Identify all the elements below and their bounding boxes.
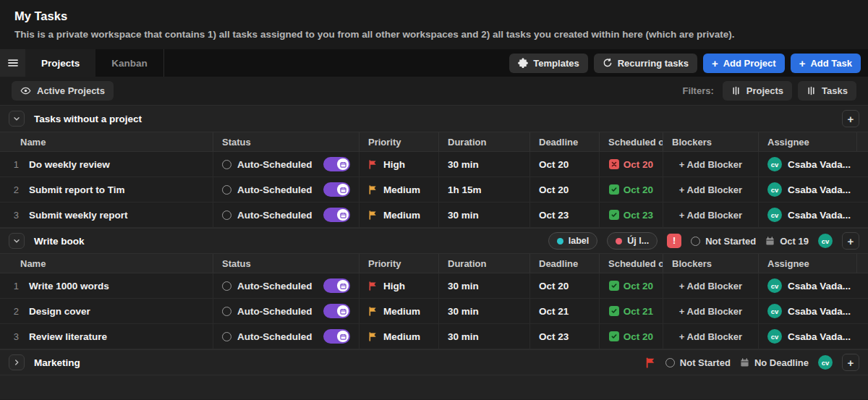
auto-schedule-toggle[interactable] — [323, 278, 350, 293]
duration-cell[interactable]: 30 min — [439, 299, 530, 323]
scheduled-cell[interactable]: Oct 20 — [600, 152, 663, 176]
column-header-deadline[interactable]: Deadline — [530, 254, 600, 273]
column-header-name[interactable]: Name — [0, 132, 213, 151]
project-status[interactable]: Not Started — [665, 357, 731, 368]
status-cell[interactable]: Auto-Scheduled — [213, 203, 359, 227]
avatar[interactable]: cv — [818, 234, 833, 248]
add-blocker-button[interactable]: + Add Blocker — [663, 203, 759, 227]
task-name[interactable]: Review literature — [29, 331, 107, 342]
status-cell[interactable]: Auto-Scheduled — [213, 177, 359, 202]
status-cell[interactable]: Auto-Scheduled — [213, 152, 359, 176]
duration-cell[interactable]: 30 min — [439, 273, 530, 298]
name-cell[interactable]: 1 Write 1000 words — [0, 273, 213, 298]
deadline-cell[interactable]: Oct 23 — [530, 203, 600, 227]
add-blocker-button[interactable]: + Add Blocker — [663, 177, 759, 202]
priority-cell[interactable]: High — [359, 152, 439, 176]
column-header-duration[interactable]: Duration — [439, 254, 530, 273]
tab-kanban[interactable]: Kanban — [95, 49, 164, 77]
auto-schedule-toggle[interactable] — [323, 304, 350, 318]
name-cell[interactable]: 3 Submit weekly report — [0, 203, 213, 227]
column-header-status[interactable]: Status — [213, 132, 359, 151]
duration-cell[interactable]: 30 min — [439, 203, 530, 227]
duration-cell[interactable]: 30 min — [439, 152, 530, 176]
name-cell[interactable]: 2 Submit report to Tim — [0, 177, 213, 202]
duration-cell[interactable]: 30 min — [439, 324, 530, 349]
task-name[interactable]: Design cover — [29, 306, 90, 317]
tab-projects[interactable]: Projects — [25, 49, 95, 77]
project-deadline[interactable]: No Deadline — [740, 357, 809, 368]
name-cell[interactable]: 1 Do weekly review — [0, 152, 213, 176]
status-cell[interactable]: Auto-Scheduled — [213, 324, 359, 349]
auto-schedule-toggle[interactable] — [323, 208, 350, 222]
project-deadline[interactable]: Oct 19 — [765, 236, 809, 247]
projects-filter-button[interactable]: Projects — [723, 81, 792, 101]
column-header-assignee[interactable]: Assignee — [759, 254, 857, 273]
name-cell[interactable]: 3 Review literature — [0, 324, 213, 349]
status-cell[interactable]: Auto-Scheduled — [213, 273, 359, 298]
scheduled-cell[interactable]: Oct 20 — [600, 273, 663, 298]
add-task-to-section-button[interactable]: + — [842, 232, 859, 250]
duration-cell[interactable]: 1h 15m — [439, 177, 530, 202]
column-header-priority[interactable]: Priority — [359, 132, 439, 151]
priority-flag-icon[interactable] — [645, 357, 656, 368]
column-header-status[interactable]: Status — [213, 254, 359, 273]
add-project-button[interactable]: + Add Project — [703, 54, 785, 73]
assignee-cell[interactable]: cv Csaba Vada... — [759, 324, 857, 349]
status-cell[interactable]: Auto-Scheduled — [213, 299, 359, 323]
priority-cell[interactable]: High — [359, 273, 439, 298]
deadline-cell[interactable]: Oct 20 — [530, 273, 600, 298]
avatar[interactable]: cv — [818, 355, 833, 370]
priority-cell[interactable]: Medium — [359, 203, 439, 227]
column-header-scheduled[interactable]: Scheduled on — [600, 132, 663, 151]
task-name[interactable]: Write 1000 words — [29, 281, 109, 292]
add-blocker-button[interactable]: + Add Blocker — [663, 324, 759, 349]
scheduled-cell[interactable]: Oct 20 — [600, 324, 663, 349]
project-status[interactable]: Not Started — [691, 236, 756, 247]
deadline-cell[interactable]: Oct 23 — [530, 324, 600, 349]
label-tag[interactable]: label — [548, 232, 598, 250]
name-cell[interactable]: 2 Design cover — [0, 299, 213, 323]
assignee-cell[interactable]: cv Csaba Vada... — [759, 177, 857, 202]
add-task-button[interactable]: + Add Task — [791, 54, 861, 73]
assignee-cell[interactable]: cv Csaba Vada... — [759, 152, 857, 176]
priority-cell[interactable]: Medium — [359, 324, 439, 349]
column-header-deadline[interactable]: Deadline — [530, 132, 600, 151]
add-task-to-section-button[interactable]: + — [842, 110, 859, 127]
add-blocker-button[interactable]: + Add Blocker — [663, 273, 759, 298]
column-header-blockers[interactable]: Blockers — [663, 132, 759, 151]
deadline-cell[interactable]: Oct 20 — [530, 177, 600, 202]
scheduled-cell[interactable]: Oct 20 — [600, 177, 663, 202]
priority-exclamation-badge[interactable]: ! — [667, 234, 681, 248]
add-blocker-button[interactable]: + Add Blocker — [663, 299, 759, 323]
column-header-blockers[interactable]: Blockers — [663, 254, 759, 273]
scheduled-cell[interactable]: Oct 21 — [600, 299, 663, 323]
tasks-filter-button[interactable]: Tasks — [798, 81, 856, 101]
assignee-cell[interactable]: cv Csaba Vada... — [759, 203, 857, 227]
priority-cell[interactable]: Medium — [359, 299, 439, 323]
label-tag[interactable]: Új l... — [607, 232, 658, 250]
deadline-cell[interactable]: Oct 20 — [530, 152, 600, 176]
auto-schedule-toggle[interactable] — [323, 329, 350, 344]
column-header-scheduled[interactable]: Scheduled on — [600, 254, 663, 273]
scheduled-cell[interactable]: Oct 23 — [600, 203, 663, 227]
collapse-section-button[interactable] — [9, 233, 25, 249]
expand-section-button[interactable] — [9, 354, 25, 370]
column-header-priority[interactable]: Priority — [359, 254, 439, 273]
recurring-tasks-button[interactable]: Recurring tasks — [594, 54, 697, 73]
auto-schedule-toggle[interactable] — [323, 157, 350, 171]
assignee-cell[interactable]: cv Csaba Vada... — [759, 273, 857, 298]
deadline-cell[interactable]: Oct 21 — [530, 299, 600, 323]
column-header-name[interactable]: Name — [0, 254, 213, 273]
add-task-to-section-button[interactable]: + — [842, 354, 859, 371]
templates-button[interactable]: Templates — [509, 54, 587, 73]
priority-cell[interactable]: Medium — [359, 177, 439, 202]
auto-schedule-toggle[interactable] — [323, 182, 350, 197]
task-name[interactable]: Submit report to Tim — [29, 184, 125, 195]
column-header-assignee[interactable]: Assignee — [759, 132, 857, 151]
task-name[interactable]: Submit weekly report — [29, 210, 128, 221]
active-projects-filter[interactable]: Active Projects — [12, 81, 114, 101]
task-name[interactable]: Do weekly review — [29, 159, 110, 170]
add-blocker-button[interactable]: + Add Blocker — [663, 152, 759, 176]
assignee-cell[interactable]: cv Csaba Vada... — [759, 299, 857, 323]
column-header-duration[interactable]: Duration — [439, 132, 530, 151]
